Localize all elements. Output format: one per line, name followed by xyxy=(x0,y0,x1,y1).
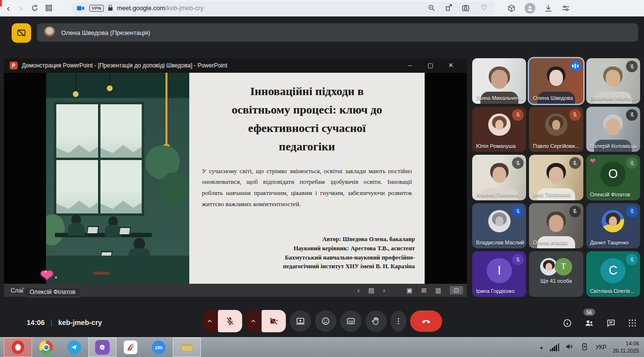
forward-button[interactable]: › xyxy=(17,3,24,13)
participant-tile[interactable]: Васильєв Макси... xyxy=(586,58,640,104)
participant-tile[interactable]: ІІрина Гордієнко xyxy=(472,251,526,297)
taskbar-viber-icon[interactable] xyxy=(88,338,116,357)
meeting-code-label: keb-jmeb-cry xyxy=(58,319,102,326)
mic-off-badge xyxy=(626,254,638,265)
participant-name: Ірина Гордієнко xyxy=(476,288,514,294)
profile-avatar[interactable] xyxy=(525,3,535,14)
participant-tile[interactable]: Павло Сергійови... xyxy=(529,107,583,152)
slideshow-view-button[interactable]: ⊡ xyxy=(450,286,463,294)
powerpoint-window-title: Демонстрация PowerPoint - [Презентація д… xyxy=(22,62,227,69)
next-slide-button[interactable]: › xyxy=(383,287,385,294)
presenter-banner[interactable]: Олена Шведова (Презентація) xyxy=(37,23,638,42)
camera-options-chevron[interactable] xyxy=(246,310,261,332)
minimize-button[interactable]: – xyxy=(400,58,420,73)
mic-off-icon xyxy=(515,208,521,214)
illustration-shape xyxy=(118,227,131,235)
clock-label: 14:06 xyxy=(27,319,45,326)
reading-view-button[interactable]: ▥ xyxy=(435,287,441,294)
participant-name: Альона Гриненко xyxy=(476,192,519,197)
stop-presenting-button[interactable] xyxy=(12,23,31,43)
address-bar[interactable]: VPN meet.google.com/keb-jmeb-cry ♡ xyxy=(71,2,495,15)
participant-tile[interactable]: Олена Шведова xyxy=(529,58,583,104)
zoom-page-icon[interactable] xyxy=(428,4,436,12)
chat-panel-button[interactable] xyxy=(606,318,616,328)
mic-off-badge xyxy=(626,157,638,169)
mic-off-button[interactable] xyxy=(218,310,242,332)
settings-tune-icon[interactable] xyxy=(561,4,570,13)
mic-off-badge xyxy=(626,61,638,72)
camera-permission-icon[interactable] xyxy=(76,4,85,13)
slide-canvas: Інноваційні підходи в освітньому процесі… xyxy=(4,73,467,284)
bookmark-heart-icon[interactable]: ♡ xyxy=(479,4,489,12)
participants-panel-button[interactable]: 56 xyxy=(584,318,594,328)
normal-view-button[interactable]: ▣ xyxy=(407,287,413,294)
participant-name: Юлія Романуша xyxy=(476,143,516,149)
activities-button[interactable] xyxy=(627,318,637,328)
participant-tile[interactable]: Ганна Михальчен... xyxy=(472,58,526,104)
reload-button[interactable] xyxy=(31,4,39,12)
vpn-badge[interactable]: VPN xyxy=(89,5,104,12)
captions-button[interactable] xyxy=(340,310,362,332)
avatar xyxy=(488,210,511,232)
taskbar-chrome-icon[interactable] xyxy=(32,338,60,357)
share-edit-icon[interactable] xyxy=(445,4,453,12)
meeting-details-button[interactable] xyxy=(562,318,572,328)
present-screen-button[interactable] xyxy=(290,310,311,332)
raise-hand-button[interactable] xyxy=(365,310,387,332)
avatar: С xyxy=(600,258,626,283)
previous-slide-button[interactable]: ‹ xyxy=(358,287,360,294)
participant-tile[interactable]: ССвітлана Олегів... xyxy=(586,251,640,297)
tabs-grid-button[interactable] xyxy=(45,4,53,12)
taskbar-opera-icon[interactable] xyxy=(4,338,32,357)
participant-tile[interactable]: Альона Гриненко xyxy=(472,155,526,200)
taskbar-clock[interactable]: 14:06 26.11.2025 xyxy=(613,340,639,355)
taskbar-zoom-icon[interactable]: zm xyxy=(145,338,173,357)
participant-tile[interactable]: Валерій Коломієць xyxy=(586,107,640,152)
taskbar-telegram-icon[interactable] xyxy=(60,338,88,357)
language-indicator[interactable]: УКР xyxy=(595,344,607,351)
mic-off-badge xyxy=(512,206,524,217)
slide-notes-icon[interactable]: ▤ xyxy=(368,287,374,294)
mic-off-icon xyxy=(515,112,521,118)
browser-toolbar: ‹ › VPN meet.google.com/keb-jmeb-cry xyxy=(0,0,644,16)
mic-control-group xyxy=(202,310,242,332)
participant-tile[interactable]: TЩе 41 особа xyxy=(529,251,583,297)
participant-tile[interactable]: Владислав Маслий xyxy=(472,203,526,249)
reaction-sparkle-icon: ✦ xyxy=(44,269,48,275)
screenshot-icon[interactable] xyxy=(462,4,470,12)
participant-tile[interactable]: Данил Тащенко xyxy=(586,203,640,249)
mic-off-icon xyxy=(629,112,635,118)
reaction-sparkle-icon: ✦ xyxy=(54,276,58,280)
participant-name: Данил Тащенко xyxy=(590,240,629,245)
mic-off-badge xyxy=(626,206,638,217)
back-button[interactable]: ‹ xyxy=(5,3,12,13)
slide-sorter-view-button[interactable]: ⊞ xyxy=(421,287,427,294)
end-call-button[interactable] xyxy=(410,310,442,332)
taskbar-swoosh-app-icon[interactable] xyxy=(116,338,145,357)
network-signal-icon[interactable] xyxy=(550,343,559,351)
maximize-button[interactable]: ▢ xyxy=(420,58,441,73)
battery-icon[interactable] xyxy=(580,342,589,353)
tile-reaction-heart-icon: ❤ xyxy=(590,157,596,165)
mic-off-icon xyxy=(572,160,578,166)
volume-icon[interactable] xyxy=(565,342,574,353)
slide-author-block: Автор: Шведова Олена, бакалавр Науковий … xyxy=(283,235,415,271)
mic-off-icon xyxy=(629,160,635,166)
close-button[interactable]: ✕ xyxy=(441,58,461,73)
participant-tile[interactable]: О❤Олексій Філатов xyxy=(586,155,640,200)
participants-count-badge: 56 xyxy=(583,308,595,316)
extensions-cube-icon[interactable] xyxy=(507,4,516,13)
participant-name: Ще 41 особа xyxy=(529,278,583,284)
participant-tile[interactable]: Олена Атаєва xyxy=(529,203,583,249)
more-options-button[interactable] xyxy=(391,310,406,332)
mic-off-badge xyxy=(512,254,524,265)
camera-off-button[interactable] xyxy=(262,310,286,332)
participant-tile[interactable]: Юлія Романуша xyxy=(472,107,526,152)
mic-options-chevron[interactable] xyxy=(202,310,217,332)
taskbar-file-explorer-icon[interactable] xyxy=(173,338,201,357)
downloads-icon[interactable] xyxy=(544,4,553,13)
hidden-icons-chevron[interactable]: ▲ xyxy=(539,345,544,350)
illustration-shape xyxy=(46,73,189,98)
participant-tile[interactable]: Інна Тахтарова xyxy=(529,155,583,200)
reactions-button[interactable] xyxy=(315,310,336,332)
